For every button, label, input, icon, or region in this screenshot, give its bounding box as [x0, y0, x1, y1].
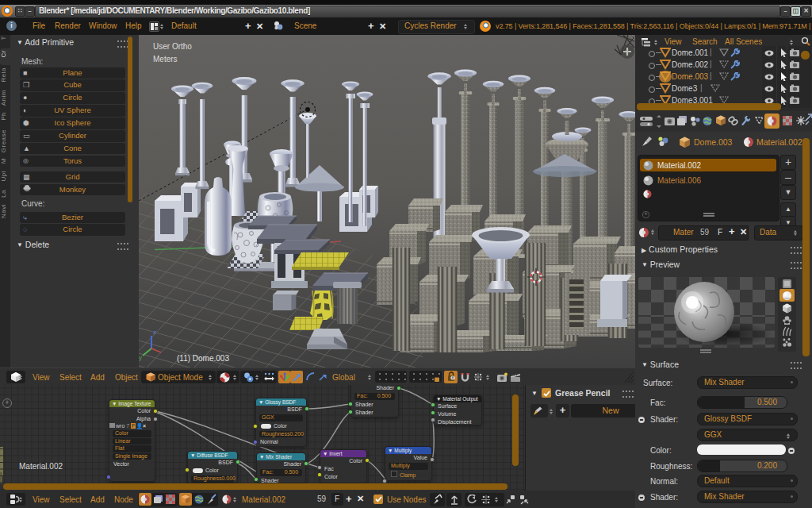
svg-text:y: y [139, 354, 142, 361]
svg-text:Meters: Meters [153, 55, 178, 64]
svg-text:User Ortho: User Ortho [153, 42, 192, 51]
svg-text:z: z [153, 329, 156, 336]
svg-text:(11) Dome.003: (11) Dome.003 [177, 354, 229, 363]
svg-text:8: 8 [452, 375, 454, 380]
